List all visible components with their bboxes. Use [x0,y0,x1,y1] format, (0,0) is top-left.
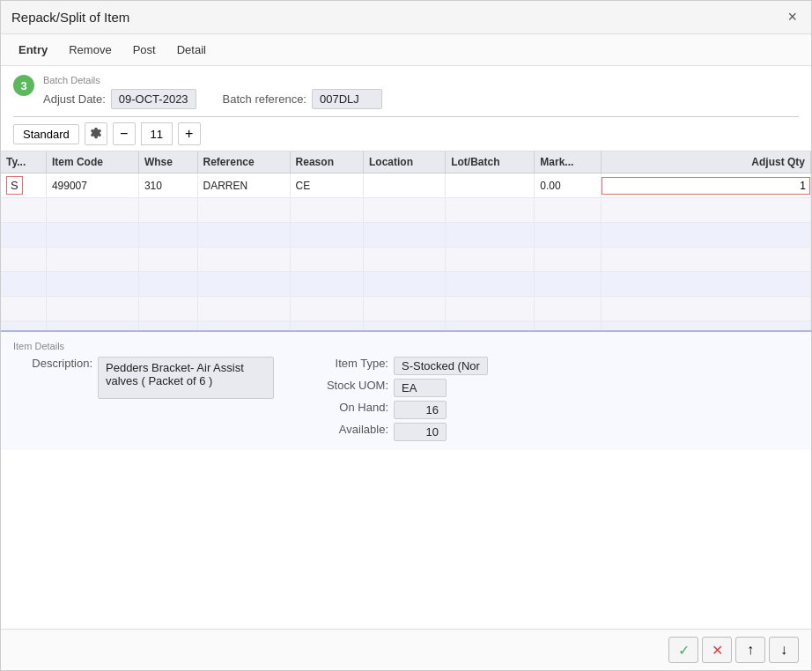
col-item-code: Item Code [46,151,138,173]
toolbar-post-button[interactable]: Post [124,40,165,60]
stock-uom-row: Stock UOM: EA [309,379,488,397]
batch-ref-value: 007DLJ [312,89,382,109]
batch-ref-label: Batch reference: [223,92,306,106]
spacer [1,450,811,629]
adjust-qty-input[interactable] [602,177,810,195]
cell-reason: CE [290,173,363,198]
up-button[interactable]: ↑ [735,637,765,663]
title-bar: Repack/Split of Item × [1,1,811,34]
cell-item-code: 499007 [46,173,138,198]
stepper-plus-button[interactable]: + [178,122,201,145]
item-details-grid: Description: Pedders Bracket- Air Assist… [13,357,799,441]
col-location: Location [363,151,445,173]
step-badge: 3 [13,75,34,96]
on-hand-row: On Hand: 16 [309,401,488,419]
toolbar-entry-button[interactable]: Entry [10,40,56,60]
cell-type: S [1,173,46,198]
standard-dropdown[interactable]: Standard [13,124,79,144]
table-row [1,321,811,331]
controls-row: Standard − + [1,122,811,151]
table-row [1,272,811,297]
item-details-section: Item Details Description: Pedders Bracke… [1,330,811,450]
on-hand-value: 16 [394,401,447,419]
toolbar: Entry Remove Post Detail [1,34,811,66]
batch-details-label: Batch Details [43,75,799,85]
down-button[interactable]: ↓ [769,637,799,663]
description-value: Pedders Bracket- Air Assistvalves ( Pack… [98,357,274,399]
table-row [1,198,811,223]
col-adjust-qty: Adjust Qty [601,151,810,173]
col-lot-batch: Lot/Batch [446,151,535,173]
item-type-label: Item Type: [309,357,388,370]
item-details-right: Item Type: S-Stocked (Nor Stock UOM: EA … [309,357,488,441]
item-type-value: S-Stocked (Nor [394,357,488,375]
col-mark: Mark... [535,151,601,173]
stepper-minus-button[interactable]: − [113,122,136,145]
col-type: Ty... [1,151,46,173]
cell-whse: 310 [138,173,197,198]
adjust-date-label: Adjust Date: [43,92,106,106]
dialog: Repack/Split of Item × Entry Remove Post… [0,0,812,671]
table-header-row: Ty... Item Code Whse Reference Reason Lo… [1,151,811,173]
available-row: Available: 10 [309,423,488,441]
col-reason: Reason [290,151,363,173]
on-hand-label: On Hand: [309,401,388,414]
item-type-row: Item Type: S-Stocked (Nor [309,357,488,375]
toolbar-remove-button[interactable]: Remove [60,40,120,60]
available-label: Available: [309,423,388,436]
cell-mark: 0.00 [535,173,601,198]
batch-fields: Adjust Date: 09-OCT-2023 Batch reference… [43,89,799,109]
col-reference: Reference [197,151,290,173]
batch-section: Batch Details Adjust Date: 09-OCT-2023 B… [43,73,799,109]
col-whse: Whse [138,151,197,173]
available-value: 10 [394,423,447,441]
cancel-button[interactable]: ✕ [702,637,732,663]
divider [13,116,799,117]
toolbar-detail-button[interactable]: Detail [168,40,215,60]
description-row: Description: Pedders Bracket- Air Assist… [13,357,274,399]
gear-button[interactable] [85,122,107,145]
adjust-date-value: 09-OCT-2023 [111,89,196,109]
cell-location [363,173,445,198]
main-content: 3 Batch Details Adjust Date: 09-OCT-2023… [1,66,811,670]
close-button[interactable]: × [784,8,801,26]
confirm-button[interactable]: ✓ [668,637,698,663]
adjust-date-group: Adjust Date: 09-OCT-2023 [43,89,196,109]
table-row: S 499007 310 DARREN CE 0.00 [1,173,811,198]
gear-icon [90,128,102,140]
cell-adjust-qty[interactable] [601,173,810,198]
stepper-input[interactable] [141,122,173,145]
items-table: Ty... Item Code Whse Reference Reason Lo… [1,151,811,330]
description-label: Description: [13,357,92,370]
dialog-title: Repack/Split of Item [11,10,129,25]
table-row [1,247,811,272]
item-details-label: Item Details [13,341,799,351]
item-details-left: Description: Pedders Bracket- Air Assist… [13,357,274,441]
batch-ref-group: Batch reference: 007DLJ [223,89,382,109]
stock-uom-value: EA [394,379,447,397]
table-row [1,297,811,321]
type-value: S [6,176,23,195]
cell-reference: DARREN [197,173,290,198]
footer-buttons: ✓ ✕ ↑ ↓ [1,629,811,670]
table-wrapper: Ty... Item Code Whse Reference Reason Lo… [1,151,811,330]
step-area: 3 Batch Details Adjust Date: 09-OCT-2023… [1,66,811,109]
cell-lot-batch [446,173,535,198]
stock-uom-label: Stock UOM: [309,379,388,392]
table-row [1,223,811,247]
